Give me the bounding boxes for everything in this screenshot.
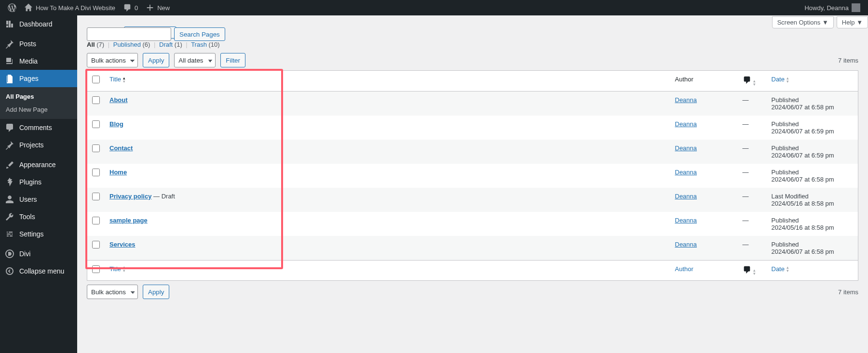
sidebar-item-media[interactable]: Media — [0, 52, 77, 70]
select-all-checkbox-bottom[interactable] — [92, 265, 100, 273]
sidebar-item-label: Tools — [19, 213, 35, 221]
sidebar-item-comments[interactable]: Comments — [0, 119, 77, 136]
filter-published[interactable]: Published — [113, 41, 141, 48]
row-title-link[interactable]: Blog — [109, 120, 123, 128]
filter-trash-count: (10) — [209, 41, 220, 48]
sidebar-item-dashboard[interactable]: Dashboard — [0, 15, 77, 33]
pages-icon — [5, 74, 14, 83]
row-author-link[interactable]: Deanna — [675, 217, 697, 224]
screen-options-label: Screen Options — [777, 19, 821, 26]
sidebar-item-label: Media — [19, 57, 38, 65]
sidebar-item-users[interactable]: Users — [0, 191, 77, 208]
sidebar-item-pages[interactable]: Pages — [0, 70, 77, 87]
sidebar-item-divi[interactable]: Divi — [0, 245, 77, 262]
sort-icon — [123, 77, 125, 83]
sidebar-item-label: Comments — [19, 124, 52, 131]
svg-point-1 — [6, 268, 13, 275]
col-date-label: Date — [772, 76, 785, 83]
filter-all-label[interactable]: All — [87, 41, 95, 48]
select-all-checkbox-top[interactable] — [92, 76, 100, 83]
col-author[interactable]: Author — [670, 71, 738, 92]
row-author-link[interactable]: Deanna — [675, 144, 697, 152]
table-row: ContactDeanna—Published2024/06/07 at 6:5… — [87, 140, 858, 164]
howdy-link[interactable]: Howdy, Deanna — [800, 0, 864, 15]
sidebar-item-appearance[interactable]: Appearance — [0, 156, 77, 173]
col-date[interactable]: Date — [767, 71, 858, 92]
col-author-foot[interactable]: Author — [670, 260, 738, 281]
avatar — [852, 3, 860, 12]
sidebar-item-label: Appearance — [19, 161, 56, 169]
brush-icon — [5, 160, 14, 170]
row-title-link[interactable]: Home — [109, 169, 127, 176]
plus-icon — [146, 3, 154, 12]
pin-icon — [5, 39, 14, 49]
wordpress-icon — [8, 3, 16, 12]
row-checkbox[interactable] — [92, 120, 100, 128]
row-author-link[interactable]: Deanna — [675, 241, 697, 248]
search-input[interactable] — [87, 27, 171, 41]
projects-icon — [5, 140, 14, 150]
row-comments: — — [738, 188, 767, 212]
sidebar-item-projects[interactable]: Projects — [0, 136, 77, 154]
row-checkbox[interactable] — [92, 169, 100, 176]
row-title-link[interactable]: Services — [109, 241, 136, 248]
sort-icon — [787, 266, 789, 273]
sub-item-add-new[interactable]: Add New Page — [0, 103, 77, 116]
row-author-link[interactable]: Deanna — [675, 169, 697, 176]
row-checkbox[interactable] — [92, 241, 100, 248]
row-author-link[interactable]: Deanna — [675, 120, 697, 128]
row-author-link[interactable]: Deanna — [675, 193, 697, 200]
date-filter-select[interactable]: All dates — [174, 53, 216, 67]
sidebar-item-plugins[interactable]: Plugins — [0, 173, 77, 191]
row-title-link[interactable]: Contact — [109, 144, 133, 152]
row-title-link[interactable]: sample page — [109, 217, 148, 224]
comments-link[interactable]: 0 — [119, 0, 142, 15]
sidebar-item-tools[interactable]: Tools — [0, 208, 77, 225]
sub-item-all-pages[interactable]: All Pages — [0, 90, 77, 103]
comments-count: 0 — [135, 4, 138, 12]
filter-trash[interactable]: Trash — [191, 41, 207, 48]
sidebar-item-collapse[interactable]: Collapse menu — [0, 262, 77, 280]
col-comments-foot[interactable] — [738, 260, 767, 281]
col-title-foot[interactable]: Title — [105, 260, 670, 281]
screen-options-button[interactable]: Screen Options ▼ — [772, 16, 834, 28]
users-icon — [5, 195, 14, 204]
col-comments[interactable] — [738, 71, 767, 92]
table-row: HomeDeanna—Published2024/06/07 at 6:58 p… — [87, 164, 858, 188]
table-row: ServicesDeanna—Published2024/06/07 at 6:… — [87, 236, 858, 261]
settings-icon — [5, 229, 14, 239]
row-title-link[interactable]: Privacy policy — [109, 193, 151, 200]
home-icon — [24, 3, 33, 12]
admin-bar: How To Make A Divi Website 0 New Howdy, … — [0, 0, 868, 15]
sidebar-item-settings[interactable]: Settings — [0, 225, 77, 243]
row-date: 2024/06/07 at 6:59 pm — [772, 128, 854, 135]
row-title-link[interactable]: About — [109, 96, 128, 104]
apply-bulk-button[interactable]: Apply — [143, 53, 169, 67]
row-checkbox[interactable] — [92, 193, 100, 200]
sort-icon — [753, 269, 756, 275]
wp-logo[interactable] — [4, 0, 20, 15]
filter-button[interactable]: Filter — [220, 53, 245, 67]
pages-submenu: All Pages Add New Page — [0, 87, 77, 119]
bulk-actions-select[interactable]: Bulk actions — [87, 53, 138, 67]
row-checkbox[interactable] — [92, 96, 100, 104]
sidebar-item-posts[interactable]: Posts — [0, 35, 77, 52]
col-date-foot[interactable]: Date — [767, 260, 858, 281]
bulk-actions-select-bottom[interactable]: Bulk actions — [87, 285, 138, 299]
search-pages-button[interactable]: Search Pages — [174, 27, 225, 41]
help-button[interactable]: Help ▼ — [837, 16, 868, 28]
row-checkbox[interactable] — [92, 217, 100, 224]
row-comments: — — [738, 212, 767, 236]
row-author-link[interactable]: Deanna — [675, 96, 697, 104]
tools-icon — [5, 212, 14, 222]
collapse-icon — [5, 266, 14, 276]
row-date: 2024/06/07 at 6:58 pm — [772, 176, 854, 183]
row-checkbox[interactable] — [92, 144, 100, 152]
new-link[interactable]: New — [142, 0, 174, 15]
apply-bulk-button-bottom[interactable]: Apply — [143, 285, 169, 299]
row-comments: — — [738, 164, 767, 188]
sidebar-item-label: Plugins — [19, 178, 41, 186]
col-title[interactable]: Title — [105, 71, 670, 92]
site-link[interactable]: How To Make A Divi Website — [20, 0, 119, 15]
filter-draft[interactable]: Draft — [159, 41, 173, 48]
